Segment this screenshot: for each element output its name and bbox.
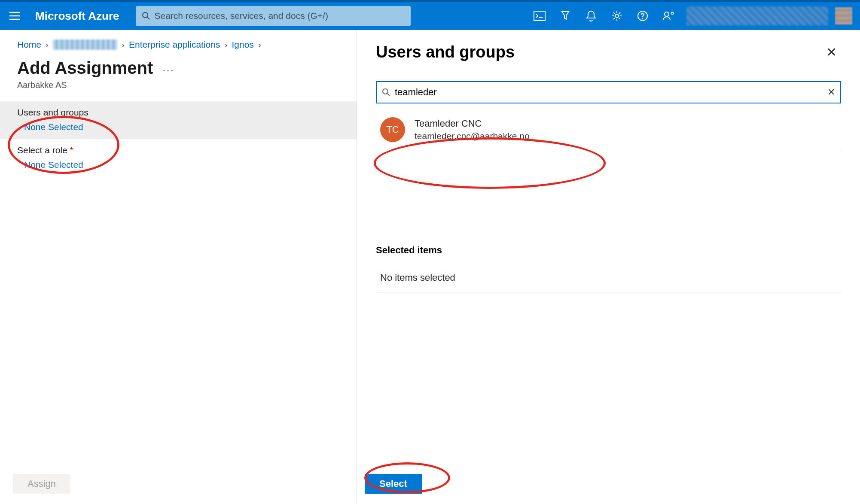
hamburger-menu-icon[interactable] (5, 6, 24, 25)
users-and-groups-value[interactable]: None Selected (17, 118, 339, 133)
assign-button: Assign (13, 474, 70, 494)
select-button[interactable]: Select (365, 474, 422, 494)
panel-search[interactable]: ✕ (376, 81, 841, 103)
cloud-shell-icon[interactable] (528, 5, 551, 27)
search-result-item[interactable]: TC Teamleder CNC teamleder.cnc@aarbakke.… (376, 113, 841, 150)
notifications-icon[interactable] (580, 5, 602, 27)
search-icon (382, 88, 390, 97)
global-search[interactable] (136, 6, 411, 26)
panel-title: Users and groups (376, 43, 515, 61)
clear-icon[interactable]: ✕ (827, 87, 835, 98)
users-and-groups-section[interactable]: Users and groups None Selected (0, 101, 357, 139)
panel-footer: Select (357, 463, 860, 504)
users-and-groups-label: Users and groups (17, 107, 339, 118)
left-footer: Assign (0, 463, 357, 504)
result-email: teamleder.cnc@aarbakke.no (415, 129, 530, 141)
page-title: Add Assignment (17, 58, 153, 78)
select-role-section[interactable]: Select a role None Selected (0, 139, 357, 177)
breadcrumb-app[interactable]: Ignos (232, 39, 253, 50)
brand-logo[interactable]: Microsoft Azure (27, 9, 132, 23)
account-info-redacted (686, 6, 828, 25)
chevron-right-icon: › (224, 39, 227, 50)
svg-point-2 (615, 14, 619, 18)
help-icon[interactable] (631, 5, 654, 27)
settings-gear-icon[interactable] (606, 5, 628, 27)
selected-items-header: Selected items (357, 150, 860, 256)
more-actions-icon[interactable]: ··· (162, 64, 174, 77)
svg-point-5 (665, 12, 669, 16)
breadcrumb-enterprise-apps[interactable]: Enterprise applications (129, 39, 220, 50)
search-icon (142, 12, 150, 20)
breadcrumb-redacted (53, 39, 117, 50)
svg-point-4 (642, 18, 643, 19)
breadcrumb: Home › › Enterprise applications › Ignos… (0, 30, 357, 50)
chevron-right-icon: › (122, 39, 125, 50)
chevron-right-icon: › (258, 39, 261, 50)
page-subtitle: Aarbakke AS (0, 78, 357, 101)
panel-search-input[interactable] (395, 87, 823, 98)
global-search-input[interactable] (155, 11, 405, 21)
svg-point-0 (143, 12, 148, 18)
svg-rect-1 (534, 11, 545, 21)
svg-point-6 (383, 89, 388, 94)
select-role-value[interactable]: None Selected (17, 155, 339, 171)
users-groups-panel: Users and groups ✕ ✕ TC Teamleder CNC te… (357, 30, 860, 504)
selected-items-empty: No items selected (376, 268, 841, 292)
directories-filter-icon[interactable] (554, 5, 576, 27)
select-role-label: Select a role (17, 145, 339, 155)
breadcrumb-home[interactable]: Home (17, 39, 41, 50)
close-icon[interactable]: ✕ (822, 42, 841, 62)
left-pane: Home › › Enterprise applications › Ignos… (0, 30, 357, 504)
account-avatar[interactable] (835, 7, 852, 24)
user-initials-avatar: TC (380, 117, 405, 142)
chevron-right-icon: › (46, 39, 49, 50)
result-name: Teamleder CNC (415, 118, 530, 129)
feedback-icon[interactable] (657, 5, 680, 27)
azure-topbar: Microsoft Azure (0, 0, 860, 30)
